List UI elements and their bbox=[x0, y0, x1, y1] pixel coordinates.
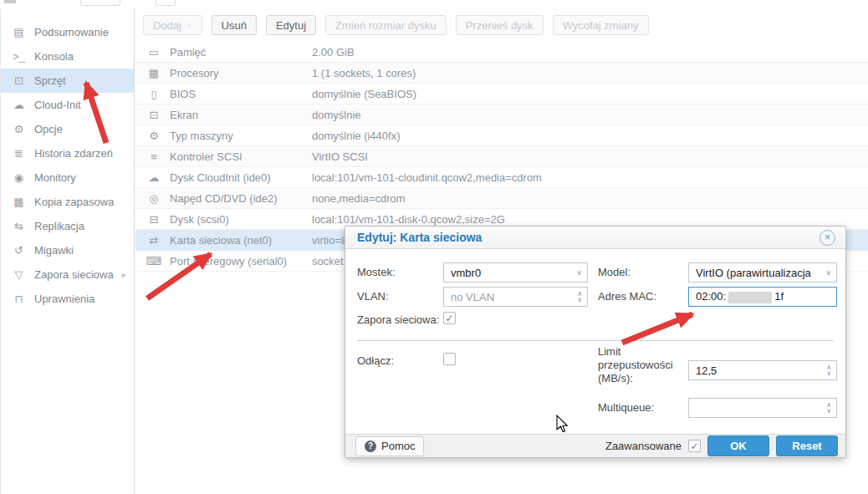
edit-button[interactable]: Edytuj bbox=[266, 15, 316, 35]
sidebar-item-kopia-zapasowa[interactable]: ▦ Kopia zapasowa bbox=[1, 190, 134, 214]
mac-address-input[interactable]: 02:00:1f bbox=[688, 287, 837, 307]
sidebar-item-monitory[interactable]: ◉ Monitory bbox=[1, 166, 134, 190]
row-value: local:101/vm-101-disk-0.qcow2,size=2G bbox=[312, 213, 868, 226]
list-icon: ≣ bbox=[12, 147, 26, 160]
chevron-down-icon[interactable]: ∨ bbox=[825, 268, 831, 277]
sidebar-item-zapora-sieciowa[interactable]: ▽ Zapora sieciowa ▸ bbox=[1, 262, 134, 287]
advanced-checkbox[interactable]: ✓ bbox=[688, 440, 701, 452]
replicate-arrows-icon: ⇆ bbox=[12, 220, 26, 232]
help-button-label: Pomoc bbox=[381, 440, 415, 452]
add-button[interactable]: Dodaj ∨ bbox=[143, 15, 202, 35]
sidebar-item-label: Konsola bbox=[34, 50, 74, 63]
row-value: domyślnie (i440fx) bbox=[312, 130, 868, 142]
sidebar-item-konsola[interactable]: >_ Konsola bbox=[1, 44, 134, 69]
sidebar-item-uprawnienia[interactable]: ⊓ Uprawnienia bbox=[1, 287, 134, 311]
sidebar-item-podsumowanie[interactable]: ▤ Podsumowanie bbox=[1, 20, 134, 44]
sidebar-item-opcje[interactable]: ⚙ Opcje bbox=[1, 117, 134, 141]
gears-icon: ⚙ bbox=[146, 130, 162, 142]
row-value: 1 (1 sockets, 1 cores) bbox=[312, 67, 868, 79]
row-value: VirtIO SCSI bbox=[312, 150, 868, 163]
ok-button[interactable]: OK bbox=[707, 435, 769, 456]
row-value: domyślnie bbox=[312, 109, 868, 121]
sidebar-item-replikacja[interactable]: ⇆ Replikacja bbox=[1, 214, 134, 238]
spinner-down-icon[interactable]: ∨ bbox=[826, 370, 831, 376]
model-select[interactable]: VirtIO (parawirtualizacja ∨ bbox=[688, 262, 837, 283]
cutoff-fragment bbox=[4, 0, 16, 3]
table-row-cdrom[interactable]: ◎ Napęd CD/DVD (ide2) none,media=cdrom bbox=[135, 188, 868, 209]
history-icon: ↺ bbox=[12, 244, 26, 257]
hdd-icon: ⊟ bbox=[146, 213, 162, 226]
sidebar-item-label: Replikacja bbox=[34, 220, 84, 232]
bridge-select[interactable]: vmbr0 ∨ bbox=[443, 262, 588, 283]
vlan-value: no VLAN bbox=[451, 291, 577, 303]
table-row-display[interactable]: ⊡ Ekran domyślnie bbox=[135, 104, 868, 125]
vlan-label: VLAN: bbox=[357, 290, 389, 303]
table-row-memory[interactable]: ▭ Pamięć 2.00 GiB bbox=[135, 42, 868, 63]
table-row-machine-type[interactable]: ⚙ Typ maszyny domyślnie (i440fx) bbox=[135, 125, 868, 146]
move-disk-button-label: Przenieś dysk bbox=[466, 19, 534, 32]
display-icon: ⊡ bbox=[146, 109, 162, 121]
sidebar-item-cloud-init[interactable]: ☁ Cloud-Init bbox=[1, 93, 134, 117]
table-row-cloudinit-disk[interactable]: ☁ Dysk CloudInit (ide0) local:101/vm-101… bbox=[135, 167, 868, 188]
advanced-label: Zaawansowane bbox=[605, 440, 682, 452]
chevron-down-icon[interactable]: ∨ bbox=[576, 268, 582, 277]
resize-disk-button[interactable]: Zmień rozmiar dysku bbox=[325, 15, 447, 35]
model-value: VirtIO (parawirtualizacja bbox=[696, 267, 825, 279]
sidebar-item-label: Uprawnienia bbox=[34, 293, 94, 305]
dialog-header[interactable]: Edytuj: Karta sieciowa × bbox=[345, 227, 845, 249]
spinner-arrows[interactable]: ∧ ∨ bbox=[826, 402, 831, 414]
edit-network-card-dialog: Edytuj: Karta sieciowa × Mostek: vmbr0 ∨… bbox=[345, 226, 846, 458]
sidebar-item-sprzet[interactable]: ⊡ Sprzęt bbox=[1, 69, 134, 93]
cutoff-fragment bbox=[156, 0, 176, 6]
table-row-bios[interactable]: ▯ BIOS domyślnie (SeaBIOS) bbox=[135, 84, 868, 104]
cutoff-fragment bbox=[80, 0, 120, 6]
row-value: none,media=cdrom bbox=[312, 192, 868, 205]
remove-button[interactable]: Usuń bbox=[212, 15, 257, 35]
sidebar-item-label: Sprzęt bbox=[34, 74, 66, 87]
sidebar-item-label: Zapora sieciowa bbox=[34, 268, 114, 281]
cloud-icon: ☁ bbox=[146, 171, 162, 184]
vlan-spinner[interactable]: no VLAN ∧ ∨ bbox=[443, 287, 588, 307]
spinner-arrows[interactable]: ∧ ∨ bbox=[826, 364, 831, 376]
spinner-down-icon[interactable]: ∨ bbox=[577, 297, 582, 303]
resize-disk-button-label: Zmień rozmiar dysku bbox=[335, 19, 437, 32]
cloud-icon: ☁ bbox=[12, 99, 26, 111]
edit-button-label: Edytuj bbox=[276, 19, 306, 32]
sidebar-item-label: Cloud-Init bbox=[34, 99, 81, 111]
chevron-down-icon: ∨ bbox=[186, 21, 192, 29]
revert-button-label: Wycofaj zmiany bbox=[563, 19, 639, 32]
revert-button[interactable]: Wycofaj zmiany bbox=[553, 15, 649, 35]
sidebar-item-label: Monitory bbox=[34, 171, 76, 184]
table-row-scsi-controller[interactable]: ≡ Kontroler SCSI VirtIO SCSI bbox=[135, 146, 868, 167]
rate-limit-spinner[interactable]: 12,5 ∧ ∨ bbox=[688, 360, 837, 380]
sidebar-item-label: Kopia zapasowa bbox=[34, 196, 114, 208]
row-label: Dysk (scsi0) bbox=[170, 213, 312, 226]
mac-prefix: 02:00: bbox=[696, 290, 726, 303]
mac-suffix: 1f bbox=[774, 290, 784, 303]
spinner-arrows[interactable]: ∧ ∨ bbox=[577, 291, 582, 303]
help-button[interactable]: ? Pomoc bbox=[355, 436, 424, 456]
reset-button[interactable]: Reset bbox=[776, 435, 838, 456]
network-icon: ⇄ bbox=[146, 234, 162, 247]
row-label: Karta sieciowa (net0) bbox=[170, 234, 312, 247]
disconnect-checkbox[interactable] bbox=[443, 353, 456, 365]
move-disk-button[interactable]: Przenieś dysk bbox=[456, 15, 544, 35]
multiqueue-label: Multiqueue: bbox=[598, 401, 654, 414]
row-label: Pamięć bbox=[170, 46, 312, 59]
multiqueue-spinner[interactable]: ∧ ∨ bbox=[688, 398, 837, 418]
row-label: BIOS bbox=[170, 88, 312, 100]
serial-port-icon: ⌨ bbox=[146, 255, 162, 267]
row-value: local:101/vm-101-cloudinit.qcow2,media=c… bbox=[312, 171, 868, 184]
sidebar-item-migawki[interactable]: ↺ Migawki bbox=[1, 238, 134, 262]
cdrom-icon: ◎ bbox=[146, 192, 162, 205]
dialog-footer: ? Pomoc Zaawansowane ✓ OK Reset bbox=[345, 434, 845, 457]
table-row-processors[interactable]: ▦ Procesory 1 (1 sockets, 1 cores) bbox=[135, 63, 868, 84]
sidebar-item-historia-zdarzen[interactable]: ≣ Historia zdarzeń bbox=[1, 141, 134, 166]
close-icon[interactable]: × bbox=[819, 230, 835, 246]
remove-button-label: Usuń bbox=[222, 19, 247, 32]
row-label: Typ maszyny bbox=[170, 130, 312, 142]
top-cutoff-strip bbox=[0, 0, 868, 8]
spinner-down-icon[interactable]: ∨ bbox=[826, 408, 831, 414]
firewall-checkbox[interactable]: ✓ bbox=[443, 312, 456, 324]
chip-icon: ▯ bbox=[146, 88, 162, 100]
